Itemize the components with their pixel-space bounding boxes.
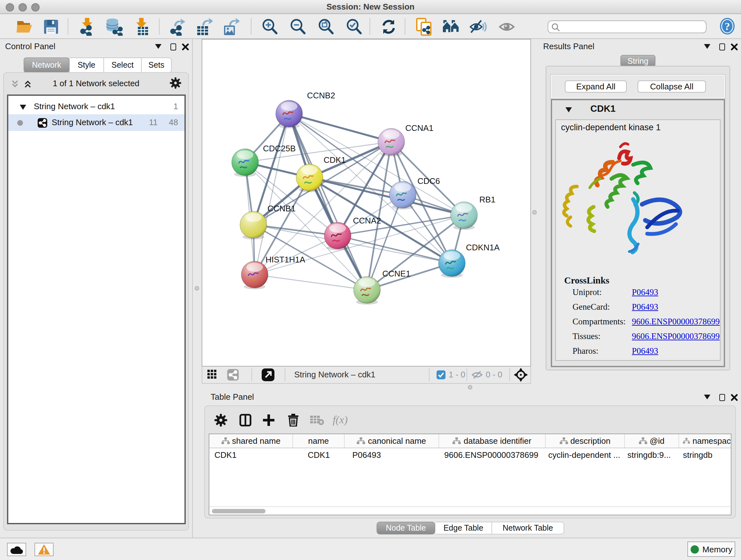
tab-sets[interactable]: Sets [142,57,172,73]
network-selection-status: 1 of 1 Network selected [4,73,188,95]
panel-menu-icon[interactable] [703,393,712,401]
node-label-CCNB2: CCNB2 [307,91,335,100]
splitter-handle[interactable] [532,210,537,214]
control-panel-tabs: Network Style Select Sets [23,57,172,73]
zoom-in-icon[interactable] [261,18,279,36]
add-column-icon[interactable] [261,413,276,428]
import-table-file-icon[interactable] [133,18,151,36]
selected-checkbox-icon[interactable] [436,370,446,379]
tab-network[interactable]: Network [23,57,70,73]
tab-select[interactable]: Select [104,57,142,73]
tab-node-table[interactable]: Node Table [377,522,435,535]
panel-menu-icon[interactable] [703,42,712,51]
memory-status-dot [690,545,698,553]
tab-edge-table[interactable]: Edge Table [435,522,492,535]
tab-style[interactable]: Style [70,57,104,73]
network-view-title: String Network – cdk1 [294,367,375,383]
export-network-icon[interactable] [168,18,186,36]
tab-network-table[interactable]: Network Table [492,522,564,535]
close-panel-icon[interactable] [730,42,738,51]
table-panel-title: Table Panel [211,389,254,405]
cloud-status-button[interactable] [7,543,26,556]
network-row-selected[interactable]: String Network – cdk1 11 48 [8,114,185,131]
column-header[interactable]: shared name [209,434,293,448]
collapse-all-button[interactable]: Collapse All [637,80,706,92]
memory-button[interactable]: Memory [687,542,735,557]
node-label-CDC25B: CDC25B [263,144,296,153]
collapse-section-icon[interactable] [565,107,572,112]
string-results-container: Expand All Collapse All CDK1 cyclin-depe… [546,66,730,370]
horizontal-scrollbar[interactable] [209,506,731,515]
network-edge-count: 48 [169,114,178,131]
float-panel-icon[interactable] [169,42,178,51]
column-header[interactable]: description [546,434,625,448]
open-file-icon[interactable] [15,18,33,36]
show-columns-icon[interactable] [238,413,253,428]
network-options-gear-icon[interactable] [170,77,181,89]
network-label: String Network – cdk1 [52,114,133,131]
delete-column-icon[interactable] [285,413,300,428]
search-input[interactable] [548,20,706,33]
protein-name: CDK1 [590,104,616,114]
close-panel-icon[interactable] [181,42,190,51]
zoom-out-icon[interactable] [289,18,307,36]
refresh-icon[interactable] [380,18,398,36]
network-collection-row[interactable]: String Network – cdk1 1 [8,99,185,114]
import-network-file-icon[interactable] [78,18,96,36]
node-label-CCNB1: CCNB1 [267,204,295,213]
splitter-handle[interactable] [195,286,199,291]
zoom-fit-icon[interactable] [317,18,335,36]
hide-selected-icon[interactable] [469,18,487,36]
node-label-CDK1: CDK1 [324,155,346,165]
crosslink-value[interactable]: P06493 [632,287,658,298]
crosslink-label: GeneCard: [572,302,610,312]
table-row[interactable]: CDK1 CDK1 P06493 9606.ENSP00000378699 cy… [209,448,731,462]
column-header[interactable]: name [293,434,345,448]
tab-string[interactable]: String [620,55,656,67]
splitter-handle[interactable] [468,385,472,389]
save-session-icon[interactable] [42,18,60,36]
column-header[interactable]: @id [625,434,679,448]
float-panel-icon[interactable] [718,42,726,51]
crosslink-value[interactable]: 9606.ENSP00000378699 [632,317,720,327]
table-gear-icon[interactable] [213,413,228,428]
network-tree: String Network – cdk1 1 String Network –… [7,95,186,524]
network-edge[interactable] [289,114,464,215]
crosslink-label: Compartments: [572,317,626,327]
warning-status-button[interactable] [35,543,54,556]
close-panel-icon[interactable] [730,393,738,401]
table-tabs: Node Table Edge Table Network Table [377,522,564,535]
crosslink-value[interactable]: P06493 [632,346,658,356]
network-status-dot [17,120,23,126]
column-header[interactable]: database identifier [439,434,546,448]
close-window-button[interactable] [6,3,14,11]
crosslink-label: Uniprot: [572,287,602,298]
zoom-selected-icon[interactable] [345,18,363,36]
export-table-icon[interactable] [195,18,212,36]
minimize-window-button[interactable] [18,3,27,11]
export-image-icon[interactable] [221,18,239,36]
column-header[interactable]: namespac [679,434,731,448]
crosslink-value[interactable]: 9606.ENSP00000378699 [632,331,720,341]
network-canvas[interactable]: CCNB2CCNA1CDC25BCDK1CDC6RB1CCNB1CCNA2CDK… [202,39,531,367]
open-in-new-icon[interactable] [262,368,274,381]
expand-all-button[interactable]: Expand All [565,80,627,92]
node-table: shared name name canonical name database… [209,434,731,515]
copy-view-icon[interactable] [415,18,433,36]
fit-selection-crosshair-icon[interactable] [514,368,528,382]
grid-view-icon[interactable] [207,370,216,379]
network-edge[interactable] [255,274,367,290]
show-eye-icon[interactable] [498,18,516,36]
network-edge[interactable] [255,114,289,274]
network-collection-count: 1 [174,99,178,114]
crosslink-value[interactable]: P06493 [632,302,658,312]
maximize-window-button[interactable] [31,3,40,11]
string-view-icon[interactable] [227,369,239,381]
panel-menu-icon[interactable] [154,42,163,51]
birdseye-icon[interactable] [442,18,460,36]
column-header[interactable]: canonical name [345,434,439,448]
import-network-database-icon[interactable] [105,18,123,36]
help-icon[interactable]: ? [718,17,736,35]
scrollbar-thumb[interactable] [212,509,266,513]
float-panel-icon[interactable] [718,393,726,401]
